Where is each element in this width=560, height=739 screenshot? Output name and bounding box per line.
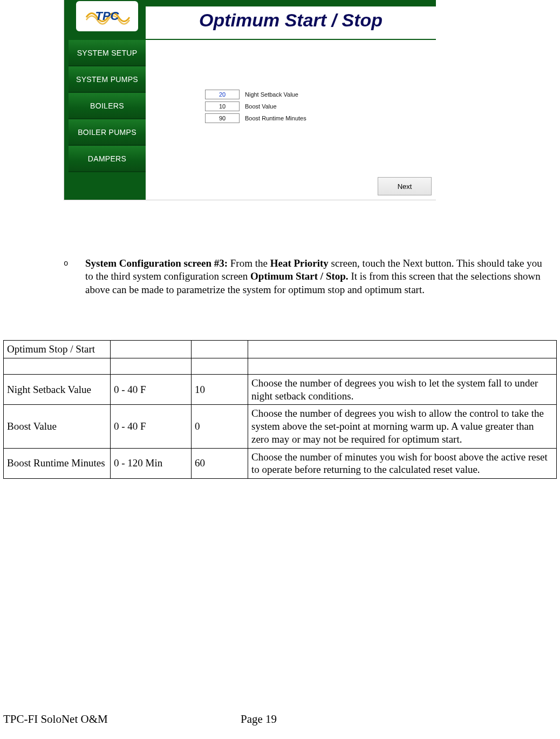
table-header-row: Optimum Stop / Start [4,341,557,358]
logo-text: TPC [95,9,119,23]
field-label-boost-runtime: Boost Runtime Minutes [245,115,306,121]
logo-box: TPC [75,0,139,32]
next-button[interactable]: Next [378,177,432,195]
param-desc: Choose the number of minutes you wish fo… [248,448,557,479]
param-range: 0 - 40 F [111,374,192,405]
param-default: 0 [192,405,248,448]
ui-screenshot: TPC Optimum Start / Stop SYSTEM SETUP SY… [64,0,436,200]
table-row: Boost Runtime Minutes 0 - 120 Min 60 Cho… [4,448,557,479]
footer-left: TPC-FI SoloNet O&M [3,713,241,726]
field-label-boost: Boost Value [245,103,277,110]
field-row-boost-runtime: 90 Boost Runtime Minutes [205,112,306,124]
table-header-cell: Optimum Stop / Start [4,341,111,358]
bullet-bold-2: Heat Priority [270,257,329,269]
param-default: 10 [192,374,248,405]
param-default: 60 [192,448,248,479]
footer-right: Page 19 [241,713,277,726]
field-value-boost[interactable]: 10 [205,101,240,111]
ui-main-panel: 20 Night Setback Value 10 Boost Value 90… [146,40,436,200]
table-row: Boost Value 0 - 40 F 0 Choose the number… [4,405,557,448]
bullet-paragraph: o System Configuration screen #3: From t… [64,257,544,296]
bullet-bold-1: System Configuration screen #3: [85,257,228,269]
param-desc: Choose the number of degrees you wish to… [248,374,557,405]
bullet-bold-3: Optimum Start / Stop. [250,270,349,282]
table-row: Night Setback Value 0 - 40 F 10 Choose t… [4,374,557,405]
sidebar-item-boilers[interactable]: BOILERS [69,93,146,119]
sidebar-item-system-setup[interactable]: SYSTEM SETUP [69,40,146,66]
param-name: Boost Runtime Minutes [4,448,111,479]
field-row-boost-value: 10 Boost Value [205,100,306,112]
ui-sidebar: SYSTEM SETUP SYSTEM PUMPS BOILERS BOILER… [69,40,146,200]
sidebar-item-boiler-pumps[interactable]: BOILER PUMPS [69,119,146,146]
param-name: Boost Value [4,405,111,448]
field-label-night-setback: Night Setback Value [245,91,298,98]
bullet-text: System Configuration screen #3: From the… [85,257,544,296]
param-desc: Choose the number of degrees you wish to… [248,405,557,448]
field-row-night-setback: 20 Night Setback Value [205,89,306,100]
sidebar-item-system-pumps[interactable]: SYSTEM PUMPS [69,66,146,93]
bullet-marker: o [64,257,85,296]
param-range: 0 - 40 F [111,405,192,448]
param-range: 0 - 120 Min [111,448,192,479]
ui-title: Optimum Start / Stop [146,10,436,31]
ui-header: TPC Optimum Start / Stop [64,0,436,40]
param-name: Night Setback Value [4,374,111,405]
page-footer: TPC-FI SoloNet O&M Page 19 [3,713,554,726]
field-value-night-setback[interactable]: 20 [205,90,240,99]
parameter-table: Optimum Stop / Start Night Setback Value… [3,340,557,479]
field-value-boost-runtime[interactable]: 90 [205,113,240,123]
bullet-span-1: From the [228,257,270,269]
table-spacer-row [4,358,557,374]
sidebar-item-dampers[interactable]: DAMPERS [69,146,146,172]
